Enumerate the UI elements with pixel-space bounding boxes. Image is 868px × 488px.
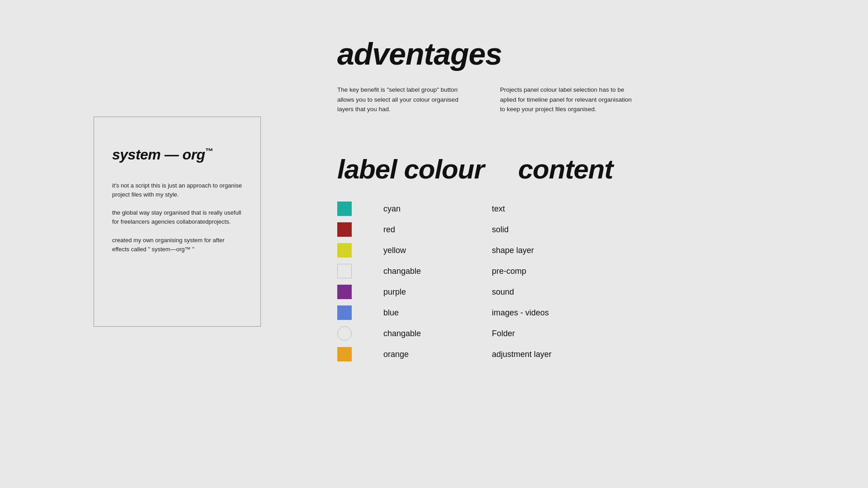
colour-swatch-changable (337, 264, 352, 278)
colour-label-6: changable (383, 329, 447, 338)
page: system — org™ it's not a script this is … (0, 0, 868, 488)
content-label-7: adjustment layer (492, 350, 591, 359)
colour-label-1: red (383, 225, 447, 235)
card-title-sup: ™ (205, 147, 213, 156)
content-label-6: Folder (492, 329, 591, 338)
colour-swatch-blue (337, 305, 352, 320)
colour-swatch-purple (337, 285, 352, 299)
content-label-3: pre-comp (492, 267, 591, 276)
colour-label-0: cyan (383, 204, 447, 214)
content-label-0: text (492, 204, 591, 214)
colour-swatch-cyan (337, 202, 352, 216)
adventages-section: adventages The key benefit is "select la… (337, 36, 636, 114)
adventages-desc-2: Projects panel colour label selection ha… (500, 85, 636, 114)
card-line-1: it's not a script this is just an approa… (112, 181, 242, 199)
colour-row: changableFolder (337, 323, 613, 344)
card-line-2: the global way stay organised that is re… (112, 208, 242, 226)
colour-swatch-changable (337, 326, 352, 341)
colour-row: orangeadjustment layer (337, 344, 613, 365)
left-card: system — org™ it's not a script this is … (94, 117, 261, 327)
colour-label-4: purple (383, 287, 447, 297)
colour-swatch-yellow (337, 243, 352, 258)
adventages-descriptions: The key benefit is "select label group" … (337, 85, 636, 114)
section-headers: label colour content (337, 154, 613, 185)
colour-label-7: orange (383, 350, 447, 359)
colour-swatch-orange (337, 347, 352, 361)
colour-row: blueimages - videos (337, 302, 613, 323)
colour-table: cyantextredsolidyellowshape layerchangab… (337, 198, 613, 365)
colour-label-2: yellow (383, 246, 447, 255)
content-title: content (518, 154, 613, 185)
content-label-1: solid (492, 225, 591, 235)
content-label-2: shape layer (492, 246, 591, 255)
card-title: system — org™ (112, 146, 242, 163)
adventages-desc-1: The key benefit is "select label group" … (337, 85, 473, 114)
label-section: label colour content cyantextredsolidyel… (337, 154, 613, 365)
content-label-5: images - videos (492, 308, 591, 318)
card-body: it's not a script this is just an approa… (112, 181, 242, 254)
colour-row: purplesound (337, 282, 613, 302)
colour-label-3: changable (383, 267, 447, 276)
colour-swatch-red (337, 222, 352, 237)
colour-label-5: blue (383, 308, 447, 318)
adventages-title: adventages (337, 36, 636, 71)
colour-row: cyantext (337, 198, 613, 219)
colour-row: yellowshape layer (337, 240, 613, 261)
colour-row: changablepre-comp (337, 261, 613, 282)
content-label-4: sound (492, 287, 591, 297)
colour-row: redsolid (337, 219, 613, 240)
card-line-3: created my own organising system for aft… (112, 236, 242, 254)
card-title-text: system — org (112, 146, 205, 163)
label-colour-title: label colour (337, 154, 491, 185)
